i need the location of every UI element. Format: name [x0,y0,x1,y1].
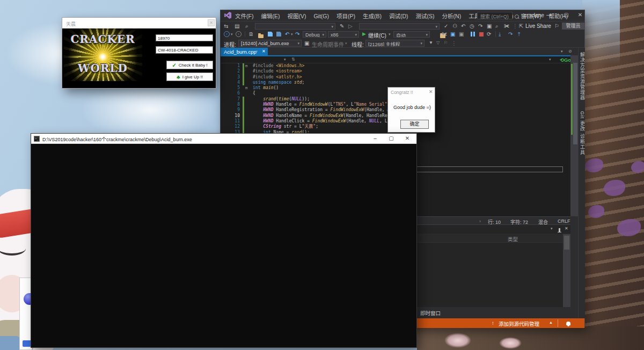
redo-icon[interactable]: ↷ [295,31,299,37]
check-it-baby-button[interactable]: ✓ Check it Baby ! [166,61,213,69]
save-all-icon[interactable] [276,32,281,37]
console-titlebar[interactable]: ›_ D:\VS2019code\hacker\160个crackme\crac… [31,134,416,144]
console-output-area[interactable] [31,144,416,347]
code-line-2[interactable]: 2#include <iostream> [221,69,570,74]
panel-scrollbar[interactable] [563,234,570,307]
tabwell-options-icon[interactable]: ⊘ [568,49,572,54]
forward-icon[interactable]: › [236,31,241,37]
vs-maximize-icon[interactable]: ▢ [562,12,570,18]
lifecycle-chevron-down-icon[interactable]: ▾ [345,41,347,46]
continue-play-icon[interactable]: ▶ [362,31,366,37]
scope-chevron-down-icon[interactable]: ▾ [284,57,286,62]
add-to-source-control-button[interactable]: 添加到源代码管理 [499,320,539,327]
navigate-icon[interactable]: ⇆ [224,23,228,29]
console-minimize-icon[interactable]: – [371,135,379,142]
back-icon[interactable]: ‹ [224,31,230,37]
menu-item-0[interactable]: 文件(F) [231,10,257,21]
go-live-indicator[interactable]: ⟲Go [560,57,571,63]
task-check-icon[interactable]: ✓ [444,23,448,29]
panel-chevron-down-icon[interactable]: ▾ [551,227,553,231]
fold-marker-icon[interactable]: ⊟ [245,63,247,69]
back-chevron-down-icon[interactable]: ▾ [231,32,233,37]
panel-tab-immediate-window[interactable]: 即时窗口 [420,309,441,317]
search-icon[interactable] [515,14,519,19]
editor-scrollbar[interactable] [570,55,578,216]
step-into-icon[interactable]: ⤓ [499,31,501,38]
step-over-icon[interactable]: ↷ [508,31,513,37]
console-close-icon[interactable]: ✕ [404,135,411,142]
thread-combobox[interactable]: [21268] 主线程▾ [365,40,425,47]
stop-icon[interactable] [479,32,484,37]
menu-item-5[interactable]: 生成(B) [359,10,385,21]
flag-filter-icon[interactable]: ⚐ [444,40,448,45]
find-in-files-icon[interactable]: ⌕ [495,23,499,30]
lifecycle-events-button[interactable]: 生命周期事件 [312,40,344,48]
undo-icon[interactable]: ↶ [285,31,289,37]
lifecycle-icon[interactable]: ▣ [304,40,309,46]
undo-chevron-down-icon[interactable]: ▾ [291,32,293,37]
filter-funnel2-icon[interactable]: ▽ [436,40,440,45]
continue-chevron-down-icon[interactable]: ▾ [389,32,391,37]
continue-button[interactable]: 继续(C) [368,31,386,39]
dialog-ok-button[interactable]: 确定 [400,120,429,129]
compare-icon[interactable]: ▣ [487,23,492,29]
auto-combobox[interactable]: 自动▾ [393,31,430,38]
menu-item-3[interactable]: Git(G) [310,11,333,22]
restart-icon[interactable]: ⟳ [487,31,491,37]
process-combobox[interactable]: [15240] Acid_burn.exe▾ [238,40,302,47]
scrollbar-thumb[interactable] [573,63,577,144]
column-header-type[interactable]: 类型 [508,235,518,243]
dialog-close-icon[interactable]: ✕ [429,89,433,94]
save-icon[interactable] [268,32,273,37]
pause-icon[interactable] [471,32,475,37]
give-up-button[interactable]: ♣ I give Up !! [166,72,213,81]
code-line-4[interactable]: 4using namespace std; [221,80,570,85]
console-maximize-icon[interactable]: ▢ [387,135,395,142]
side-tab-0[interactable]: 解决方案资源管理器 [579,52,586,100]
scc-chevron-up-icon[interactable]: ▲ [549,320,553,324]
eol-indicator[interactable]: CRLF [558,218,570,224]
live-share-label[interactable]: Live Share [525,23,551,29]
feedback-comment-icon[interactable]: ▤ [235,23,239,29]
run-gray-icon[interactable]: ▷ [348,23,353,29]
code-line-3[interactable]: 3#include <atlstr.h> [221,75,570,80]
crackme-close-icon[interactable]: ✕ [208,19,215,26]
overflow-icon[interactable]: ⋮ [513,23,518,29]
add-user-icon[interactable]: ⚇ [452,23,457,29]
feedback-flag-icon[interactable]: ⚐ [554,23,559,29]
search-input[interactable]: 搜索 (Ctrl+Q) [477,12,513,19]
edit-pencil-icon[interactable]: ✎ [340,23,344,29]
step-out-icon[interactable]: ⤒ [518,31,520,38]
admin-badge[interactable]: 管理员 [562,23,584,30]
tab-close-icon[interactable]: ✕ [262,49,266,54]
panel-close-icon[interactable]: ✕ [565,226,568,231]
open-folder-icon[interactable] [258,34,264,38]
platform-combobox[interactable]: x86▾ [328,31,359,38]
startup-item-combobox[interactable]: ▾ [359,23,440,30]
hot-reload-wrench-icon[interactable]: ✀ [442,31,447,38]
serial-field[interactable] [156,34,213,41]
vs-minimize-icon[interactable]: — [545,12,553,18]
panel-scrollbar-thumb[interactable] [564,236,569,250]
fold-marker-icon[interactable]: ⊟ [245,85,247,91]
code-line-1[interactable]: 1⊟#include <Windows.h> [221,63,570,69]
overflow-icon[interactable]: ⋮ [451,40,457,46]
menu-item-8[interactable]: 分析(N) [438,10,465,21]
search-scope-combobox[interactable]: ▾ [255,23,335,30]
menu-item-7[interactable]: 测试(S) [412,10,438,21]
history-clock-icon[interactable]: ◷ [470,23,474,29]
name-field[interactable] [156,46,213,54]
settings-wrench-icon[interactable]: ✀ [504,23,509,30]
live-share-icon[interactable]: ⇱ [519,23,523,29]
vs-close-icon[interactable]: ✕ [576,12,584,18]
filter-funnel-icon[interactable]: ▼ [429,40,433,45]
solution-name-label[interactable]: crackme [524,12,544,18]
pin-icon[interactable] [559,228,560,232]
tab-acid-burn-cpp[interactable]: Acid_burn.cpp ◦ ✕ [221,48,268,55]
tabwell-chevron-down-icon[interactable]: ▾ [561,49,563,54]
menu-item-2[interactable]: 视图(V) [283,10,310,21]
snapshot-icon[interactable]: ▣ [450,31,455,37]
split-view-icon[interactable]: ⇅ [291,57,295,62]
crackme-titlebar[interactable]: 天晨 ✕ [62,18,216,28]
nav-chevron-down-icon[interactable]: ▾ [549,57,551,62]
